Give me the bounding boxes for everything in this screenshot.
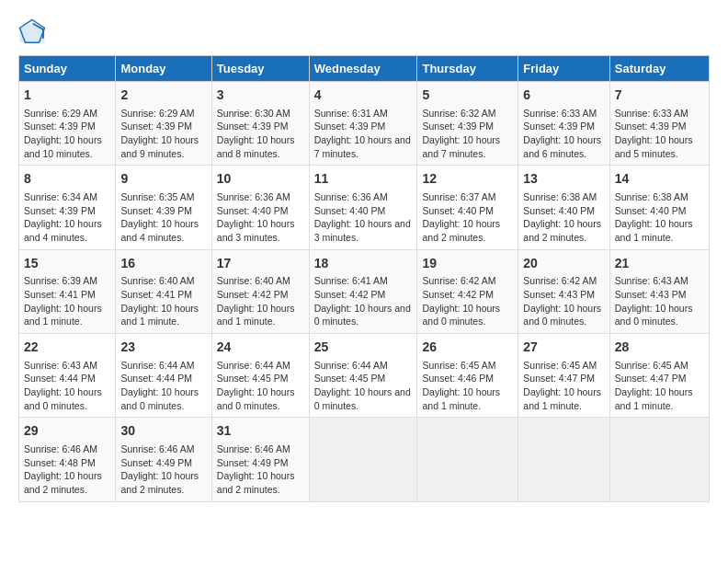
header-cell-thursday: Thursday bbox=[417, 56, 518, 82]
day-number: 2 bbox=[120, 86, 206, 105]
sunset-text: Sunset: 4:39 PM bbox=[24, 120, 110, 133]
sunset-text: Sunset: 4:41 PM bbox=[120, 288, 206, 302]
sunset-text: Sunset: 4:40 PM bbox=[422, 204, 513, 218]
calendar-cell: 19Sunrise: 6:42 AMSunset: 4:42 PMDayligh… bbox=[417, 249, 518, 333]
sunset-text: Sunset: 4:46 PM bbox=[422, 372, 513, 385]
calendar-cell: 17Sunrise: 6:40 AMSunset: 4:42 PMDayligh… bbox=[211, 249, 309, 333]
sunset-text: Sunset: 4:39 PM bbox=[120, 120, 206, 133]
calendar-cell: 29Sunrise: 6:46 AMSunset: 4:48 PMDayligh… bbox=[19, 418, 116, 501]
calendar-cell: 4Sunrise: 6:31 AMSunset: 4:39 PMDaylight… bbox=[309, 82, 417, 166]
day-number: 11 bbox=[314, 170, 413, 189]
calendar-table: SundayMondayTuesdayWednesdayThursdayFrid… bbox=[18, 55, 710, 502]
day-number: 26 bbox=[422, 339, 513, 357]
day-number: 24 bbox=[217, 339, 304, 357]
daylight-text: Daylight: 10 hours and 0 minutes. bbox=[314, 302, 413, 328]
sunrise-text: Sunrise: 6:31 AM bbox=[314, 107, 413, 121]
sunrise-text: Sunrise: 6:37 AM bbox=[422, 190, 513, 204]
calendar-cell: 26Sunrise: 6:45 AMSunset: 4:46 PMDayligh… bbox=[417, 334, 518, 418]
calendar-cell: 1Sunrise: 6:29 AMSunset: 4:39 PMDaylight… bbox=[19, 82, 116, 166]
week-row-5: 29Sunrise: 6:46 AMSunset: 4:48 PMDayligh… bbox=[19, 418, 710, 501]
calendar-cell bbox=[518, 418, 609, 501]
sunrise-text: Sunrise: 6:40 AM bbox=[217, 274, 304, 288]
day-number: 8 bbox=[24, 170, 110, 189]
week-row-2: 8Sunrise: 6:34 AMSunset: 4:39 PMDaylight… bbox=[19, 166, 710, 249]
page-header bbox=[18, 18, 710, 46]
sunset-text: Sunset: 4:40 PM bbox=[217, 204, 304, 218]
sunset-text: Sunset: 4:49 PM bbox=[217, 456, 304, 470]
day-number: 23 bbox=[120, 339, 206, 357]
sunrise-text: Sunrise: 6:29 AM bbox=[120, 107, 206, 121]
sunrise-text: Sunrise: 6:46 AM bbox=[24, 442, 110, 456]
calendar-cell: 9Sunrise: 6:35 AMSunset: 4:39 PMDaylight… bbox=[116, 166, 211, 249]
daylight-text: Daylight: 10 hours and 1 minute. bbox=[120, 302, 206, 328]
week-row-4: 22Sunrise: 6:43 AMSunset: 4:44 PMDayligh… bbox=[19, 334, 710, 418]
sunrise-text: Sunrise: 6:33 AM bbox=[615, 107, 704, 121]
calendar-cell: 3Sunrise: 6:30 AMSunset: 4:39 PMDaylight… bbox=[211, 82, 309, 166]
sunrise-text: Sunrise: 6:42 AM bbox=[422, 274, 513, 288]
calendar-cell bbox=[417, 418, 518, 501]
sunset-text: Sunset: 4:44 PM bbox=[120, 372, 206, 385]
calendar-cell: 22Sunrise: 6:43 AMSunset: 4:44 PMDayligh… bbox=[19, 334, 116, 418]
daylight-text: Daylight: 10 hours and 1 minute. bbox=[24, 302, 110, 328]
day-number: 13 bbox=[523, 170, 604, 189]
sunrise-text: Sunrise: 6:38 AM bbox=[615, 190, 704, 204]
sunrise-text: Sunrise: 6:45 AM bbox=[615, 359, 704, 373]
sunrise-text: Sunrise: 6:29 AM bbox=[24, 107, 110, 121]
sunset-text: Sunset: 4:47 PM bbox=[615, 372, 704, 385]
daylight-text: Daylight: 10 hours and 0 minutes. bbox=[422, 302, 513, 328]
daylight-text: Daylight: 10 hours and 8 minutes. bbox=[217, 133, 304, 160]
sunrise-text: Sunrise: 6:33 AM bbox=[523, 107, 604, 121]
daylight-text: Daylight: 10 hours and 10 minutes. bbox=[24, 133, 110, 160]
daylight-text: Daylight: 10 hours and 0 minutes. bbox=[217, 385, 304, 412]
daylight-text: Daylight: 10 hours and 9 minutes. bbox=[120, 133, 206, 160]
sunrise-text: Sunrise: 6:41 AM bbox=[314, 274, 413, 288]
daylight-text: Daylight: 10 hours and 0 minutes. bbox=[615, 302, 704, 328]
calendar-body: 1Sunrise: 6:29 AMSunset: 4:39 PMDaylight… bbox=[19, 82, 710, 502]
day-number: 1 bbox=[24, 86, 110, 105]
daylight-text: Daylight: 10 hours and 0 minutes. bbox=[120, 385, 206, 412]
day-number: 16 bbox=[120, 255, 206, 273]
header-cell-monday: Monday bbox=[116, 56, 211, 82]
daylight-text: Daylight: 10 hours and 6 minutes. bbox=[523, 133, 604, 160]
sunrise-text: Sunrise: 6:35 AM bbox=[120, 190, 206, 204]
calendar-cell: 12Sunrise: 6:37 AMSunset: 4:40 PMDayligh… bbox=[417, 166, 518, 249]
sunrise-text: Sunrise: 6:30 AM bbox=[217, 107, 304, 121]
day-number: 30 bbox=[120, 422, 206, 441]
logo-icon bbox=[18, 18, 46, 46]
daylight-text: Daylight: 10 hours and 0 minutes. bbox=[24, 385, 110, 412]
sunset-text: Sunset: 4:48 PM bbox=[24, 456, 110, 470]
week-row-1: 1Sunrise: 6:29 AMSunset: 4:39 PMDaylight… bbox=[19, 82, 710, 166]
sunrise-text: Sunrise: 6:44 AM bbox=[314, 359, 413, 373]
sunset-text: Sunset: 4:39 PM bbox=[523, 120, 604, 133]
calendar-cell: 25Sunrise: 6:44 AMSunset: 4:45 PMDayligh… bbox=[309, 334, 417, 418]
sunset-text: Sunset: 4:49 PM bbox=[120, 456, 206, 470]
header-cell-saturday: Saturday bbox=[609, 56, 709, 82]
calendar-cell: 2Sunrise: 6:29 AMSunset: 4:39 PMDaylight… bbox=[116, 82, 211, 166]
sunset-text: Sunset: 4:39 PM bbox=[217, 120, 304, 133]
sunset-text: Sunset: 4:47 PM bbox=[523, 372, 604, 385]
sunset-text: Sunset: 4:41 PM bbox=[24, 288, 110, 302]
sunrise-text: Sunrise: 6:45 AM bbox=[422, 359, 513, 373]
calendar-cell: 24Sunrise: 6:44 AMSunset: 4:45 PMDayligh… bbox=[211, 334, 309, 418]
sunset-text: Sunset: 4:39 PM bbox=[24, 204, 110, 218]
sunrise-text: Sunrise: 6:46 AM bbox=[217, 442, 304, 456]
calendar-cell: 5Sunrise: 6:32 AMSunset: 4:39 PMDaylight… bbox=[417, 82, 518, 166]
calendar-cell: 31Sunrise: 6:46 AMSunset: 4:49 PMDayligh… bbox=[211, 418, 309, 501]
calendar-cell: 8Sunrise: 6:34 AMSunset: 4:39 PMDaylight… bbox=[19, 166, 116, 249]
daylight-text: Daylight: 10 hours and 2 minutes. bbox=[120, 469, 206, 496]
sunrise-text: Sunrise: 6:45 AM bbox=[523, 359, 604, 373]
sunrise-text: Sunrise: 6:32 AM bbox=[422, 107, 513, 121]
sunset-text: Sunset: 4:43 PM bbox=[523, 288, 604, 302]
day-number: 3 bbox=[217, 86, 304, 105]
header-cell-friday: Friday bbox=[518, 56, 609, 82]
sunrise-text: Sunrise: 6:46 AM bbox=[120, 442, 206, 456]
calendar-cell: 11Sunrise: 6:36 AMSunset: 4:40 PMDayligh… bbox=[309, 166, 417, 249]
daylight-text: Daylight: 10 hours and 1 minute. bbox=[422, 385, 513, 412]
day-number: 10 bbox=[217, 170, 304, 189]
day-number: 15 bbox=[24, 255, 110, 273]
sunset-text: Sunset: 4:45 PM bbox=[314, 372, 413, 385]
day-number: 22 bbox=[24, 339, 110, 357]
header-cell-sunday: Sunday bbox=[19, 56, 116, 82]
day-number: 14 bbox=[615, 170, 704, 189]
calendar-cell bbox=[309, 418, 417, 501]
